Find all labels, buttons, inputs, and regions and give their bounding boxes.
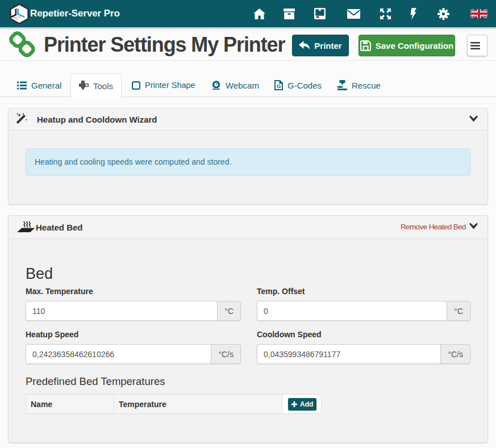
svg-text:G: G xyxy=(277,83,281,89)
